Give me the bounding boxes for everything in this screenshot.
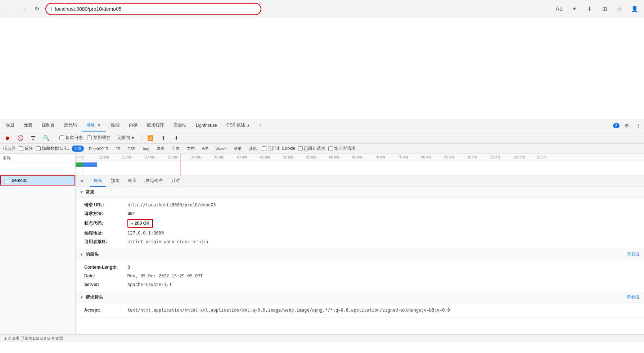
hide-data-url-checkbox[interactable]: 隐藏数据 URL bbox=[36, 146, 69, 152]
general-section-label: 常规 bbox=[86, 189, 94, 195]
filter-ws[interactable]: WS bbox=[200, 146, 211, 151]
timeline-vline-red bbox=[180, 154, 180, 175]
tab-network-close[interactable]: ✕ bbox=[96, 123, 102, 128]
svg-rect-1 bbox=[32, 138, 35, 138]
request-url-key: 请求 URL: bbox=[84, 202, 127, 208]
profile-icon[interactable]: 👤 bbox=[630, 4, 640, 14]
referrer-policy-value: strict-origin-when-cross-origin bbox=[127, 238, 208, 245]
network-list: 📄 demo05 bbox=[0, 175, 76, 334]
response-headers-section-header: ▼ 响应头 查看源 bbox=[76, 249, 644, 260]
devtools-panel: 欢迎 元素 控制台 源代码 网络 ✕ 性能 内存 应用程序 安全性 Lighth… bbox=[0, 119, 644, 342]
third-party-checkbox[interactable]: 第三方请求 bbox=[328, 146, 356, 152]
general-section-header[interactable]: ▼ 常规 bbox=[76, 187, 644, 198]
detail-tab-preview[interactable]: 预览 bbox=[107, 175, 123, 187]
status-badge: ● 200 OK bbox=[127, 219, 153, 228]
tab-lighthouse[interactable]: Lighthouse bbox=[192, 119, 221, 132]
lock-icon: ℹ bbox=[50, 6, 52, 12]
network-list-header-name: 名称 bbox=[3, 155, 72, 162]
reader-icon[interactable]: Aa bbox=[554, 4, 564, 14]
tab-welcome[interactable]: 欢迎 bbox=[1, 119, 19, 132]
detail-tab-headers[interactable]: 标头 bbox=[90, 175, 106, 187]
tab-sources[interactable]: 源代码 bbox=[60, 119, 81, 132]
upload-icon[interactable]: ⬆ bbox=[159, 134, 168, 142]
preserve-log-checkbox[interactable]: 保留日志 bbox=[59, 135, 83, 141]
svg-rect-0 bbox=[31, 136, 35, 137]
request-method-value: GET bbox=[127, 210, 135, 217]
extensions-icon[interactable]: ⊞ bbox=[599, 4, 609, 14]
filter-media[interactable]: 媒体 bbox=[154, 146, 167, 152]
back-button[interactable]: ← bbox=[4, 4, 14, 14]
filter-bar: 筛选器 反转 隐藏数据 URL 全部 Fetch/XHR JS CSS Img … bbox=[0, 144, 644, 154]
reload-button[interactable]: ↻ bbox=[32, 4, 42, 14]
browser-actions: Aa ✦ ⬇ ⊞ ☆ 👤 bbox=[554, 4, 640, 14]
filter-doc[interactable]: 文档 bbox=[185, 146, 197, 152]
star-icon[interactable]: ☆ bbox=[614, 4, 625, 14]
tab-memory[interactable]: 内存 bbox=[125, 119, 142, 132]
address-bar-container: ℹ localhost:8080/pro10/demo05 bbox=[45, 3, 261, 15]
timeline-area: 名称 5 ms 10 ms 15 ms 20 ms 25 ms 30 ms 35… bbox=[0, 154, 644, 175]
reverse-checkbox[interactable]: 反转 bbox=[19, 146, 33, 152]
network-item-demo05[interactable]: 📄 demo05 bbox=[0, 175, 75, 186]
request-headers-toggle[interactable]: ▼ 请求标头 bbox=[80, 294, 103, 300]
filter-bar-label: 筛选器 bbox=[3, 146, 16, 152]
response-headers-toggle[interactable]: ▼ 响应头 bbox=[80, 251, 99, 258]
filter-all[interactable]: 全部 bbox=[72, 146, 84, 152]
general-section-body: 请求 URL: http://localhost:8080/pro10/demo… bbox=[76, 198, 644, 249]
detail-close-button[interactable]: ✕ bbox=[78, 178, 86, 185]
browser-chrome: ← → ↻ ℹ localhost:8080/pro10/demo05 Aa ✦… bbox=[0, 0, 644, 18]
tab-console[interactable]: 控制台 bbox=[37, 119, 59, 132]
main-split: 📄 demo05 ✕ 标头 预览 响应 发起程序 计时 ▼ 常规 请 bbox=[0, 175, 644, 334]
devtools-settings-icon[interactable]: ⚙ bbox=[622, 121, 631, 130]
tab-performance[interactable]: 性能 bbox=[107, 119, 124, 132]
filter-manifest[interactable]: 清单 bbox=[231, 146, 244, 152]
blocked-cookies-checkbox[interactable]: 已阻止 Cookie bbox=[262, 146, 295, 152]
filter-wasm[interactable]: Wasm bbox=[213, 146, 229, 151]
download-manager-icon[interactable]: ⬇ bbox=[584, 4, 594, 14]
response-headers-view-source[interactable]: 查看源 bbox=[627, 251, 640, 258]
filter-font[interactable]: 字体 bbox=[170, 146, 182, 152]
accept-value: text/html,application/xhtml+xml,applicat… bbox=[127, 307, 450, 313]
general-toggle-icon: ▼ bbox=[80, 190, 84, 194]
filter-fetch-xhr[interactable]: Fetch/XHR bbox=[87, 146, 111, 151]
detail-tab-initiator[interactable]: 发起程序 bbox=[142, 175, 166, 187]
tab-add[interactable]: + bbox=[255, 119, 266, 132]
filter-css[interactable]: CSS bbox=[125, 146, 138, 151]
content-length-key: Content-Length: bbox=[84, 264, 127, 271]
wifi-icon[interactable]: 📶 bbox=[146, 134, 155, 142]
server-key: Server: bbox=[84, 281, 127, 288]
download-icon[interactable]: ⬇ bbox=[172, 134, 181, 142]
detail-tab-timing[interactable]: 计时 bbox=[168, 175, 184, 187]
tab-elements[interactable]: 元素 bbox=[19, 119, 37, 132]
timeline-vline-blue bbox=[83, 154, 83, 175]
tab-network[interactable]: 网络 ✕ bbox=[82, 119, 106, 132]
blocked-requests-checkbox[interactable]: 已阻止请求 bbox=[298, 146, 325, 152]
tab-application[interactable]: 应用程序 bbox=[143, 119, 168, 132]
devtools-badge: 3 bbox=[613, 123, 620, 128]
devtools-more-icon[interactable]: ⋮ bbox=[634, 121, 643, 130]
throttle-dropdown[interactable]: 无限制 ▼ bbox=[115, 134, 137, 142]
filter-img[interactable]: Img bbox=[141, 146, 152, 151]
request-headers-view-source[interactable]: 查看源 bbox=[627, 294, 640, 300]
timeline-bar-green bbox=[76, 162, 83, 167]
filter-js[interactable]: JS bbox=[113, 146, 122, 151]
record-button[interactable]: ⏺ bbox=[3, 134, 12, 142]
status-bar-text: 1 次请求 已传输102 B 0 B 各资源 bbox=[4, 336, 63, 341]
tab-css-overview[interactable]: CSS 概述 ▲ bbox=[222, 119, 255, 132]
disable-cache-checkbox[interactable]: 禁用缓存 bbox=[87, 135, 111, 141]
request-headers-body: Accept: text/html,application/xhtml+xml,… bbox=[76, 303, 644, 318]
tab-security[interactable]: 安全性 bbox=[169, 119, 191, 132]
separator-1 bbox=[55, 135, 55, 141]
search-button[interactable]: 🔍 bbox=[42, 134, 50, 142]
response-headers-body: Content-Length: 0 Date: Mon, 05 Dec 2022… bbox=[76, 260, 644, 292]
detail-tab-response[interactable]: 响应 bbox=[125, 175, 140, 187]
filter-toggle[interactable] bbox=[29, 134, 37, 142]
network-toolbar: ⏺ 🚫 🔍 保留日志 禁用缓存 无限制 ▼ 📶 ⬆ ⬇ bbox=[0, 132, 644, 144]
filter-other[interactable]: 其他 bbox=[247, 146, 259, 152]
svg-rect-2 bbox=[32, 139, 34, 140]
address-bar-text[interactable]: localhost:8080/pro10/demo05 bbox=[55, 6, 256, 12]
date-value: Mon, 05 Dec 2022 15:29:09 GMT bbox=[127, 273, 203, 279]
favorites-icon[interactable]: ✦ bbox=[569, 4, 579, 14]
clear-button[interactable]: 🚫 bbox=[16, 134, 24, 142]
network-item-label: demo05 bbox=[12, 178, 27, 183]
forward-button[interactable]: → bbox=[18, 4, 28, 14]
